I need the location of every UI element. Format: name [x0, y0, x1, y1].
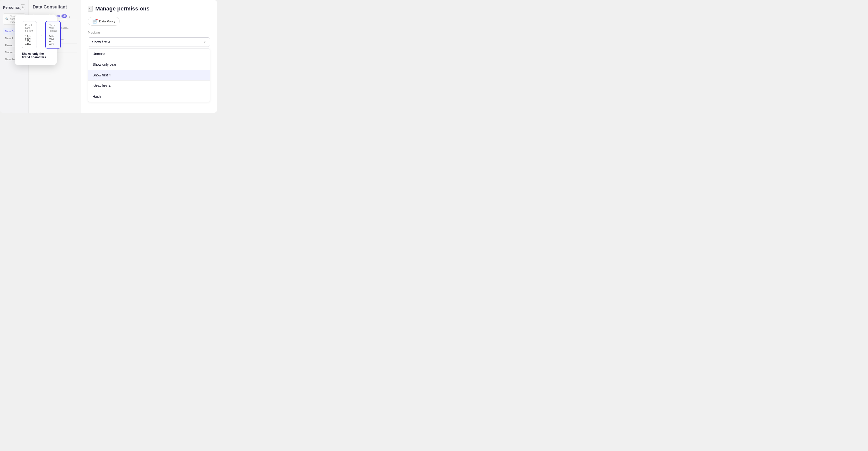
- masking-options-list: Unmask Show only year Show first 4 Show …: [88, 48, 210, 102]
- masking-label: Masking: [88, 31, 210, 34]
- masking-tooltip: Credit card number 4321 9876 1254 4444 →…: [15, 15, 57, 65]
- selected-option-label: Show first 4: [92, 40, 110, 44]
- option-show-last-4[interactable]: Show last 4: [88, 81, 210, 91]
- card-after: Credit card number 4312 xxxx xxxx xxxx: [45, 21, 61, 49]
- sidebar-item-label: Data E...: [5, 37, 16, 40]
- main-panel-title: Data Consultant: [33, 4, 76, 10]
- policies-badge: 20: [61, 14, 67, 18]
- back-button[interactable]: ←: [88, 6, 93, 11]
- sidebar-item-label: Financ...: [5, 44, 16, 47]
- tabs-chevron-icon: ▾: [69, 16, 70, 19]
- card-after-value: 4312 xxxx xxxx xxxx: [49, 35, 57, 46]
- card-before: Credit card number 4321 9876 1254 4444: [22, 21, 37, 48]
- app-container: Personas + 🔍 Search from 5 Personas Data…: [0, 0, 217, 113]
- permissions-title: Manage permissions: [95, 5, 150, 12]
- masking-dropdown[interactable]: Show first 4 ▾: [88, 37, 210, 47]
- tooltip-description: Shows only the first 4 characters: [22, 52, 50, 59]
- option-unmask[interactable]: Unmask: [88, 49, 210, 59]
- add-persona-button[interactable]: +: [20, 4, 25, 10]
- dropdown-chevron-icon: ▾: [204, 40, 206, 44]
- tooltip-cards: Credit card number 4321 9876 1254 4444 →…: [22, 21, 50, 49]
- arrow-icon: →: [39, 33, 43, 37]
- card-before-header: Credit card number: [25, 24, 34, 32]
- data-policy-icon: 📄: [92, 19, 97, 24]
- option-show-first-4[interactable]: Show first 4: [88, 70, 210, 81]
- card-before-value: 4321 9876 1254 4444: [25, 35, 34, 46]
- personas-title: Personas: [3, 5, 20, 9]
- data-policy-label: Data Policy: [99, 20, 116, 23]
- sidebar-item-label: Market...: [5, 51, 16, 54]
- search-icon: 🔍: [5, 18, 9, 21]
- card-after-header: Credit card number: [49, 24, 57, 32]
- personas-header: Personas +: [3, 4, 25, 10]
- permissions-panel: ← Manage permissions 📄 Data Policy Maski…: [81, 0, 217, 113]
- permissions-header: ← Manage permissions: [88, 5, 210, 12]
- data-policy-button[interactable]: 📄 Data Policy: [88, 17, 120, 26]
- option-hash[interactable]: Hash: [88, 91, 210, 102]
- red-dot-indicator: [96, 19, 98, 21]
- option-show-only-year[interactable]: Show only year: [88, 59, 210, 70]
